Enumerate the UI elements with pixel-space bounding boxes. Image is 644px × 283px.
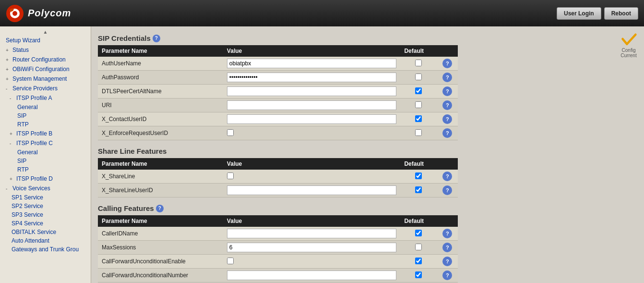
sip-a-label: SIP [17,112,26,119]
sidebar-sub-sip-a[interactable]: SIP [0,111,91,120]
sidebar-item-itsp-b[interactable]: + ITSP Profile B [0,129,91,138]
uri-input[interactable] [227,100,397,110]
itsp-b-label: ITSP Profile B [16,130,52,137]
table-row: X_ShareLine ? [98,170,458,184]
user-login-button[interactable]: User Login [557,7,601,20]
content-area: ConfigCurrent SIP Credentials ? Paramete… [91,26,644,283]
maxsessions-default-checkbox[interactable] [415,244,422,250]
auth-password-input[interactable] [227,73,397,82]
reboot-button[interactable]: Reboot [604,7,638,20]
dtls-help-button[interactable]: ? [442,86,452,96]
enforce-value-checkbox[interactable] [227,129,234,136]
maxsessions-input[interactable] [227,243,397,252]
table-row: CallerIDName ? [98,227,458,241]
sidebar-sub-sp4[interactable]: SP4 Service [0,219,91,228]
calleridname-default-checkbox[interactable] [415,230,422,236]
sidebar-sub-gateways[interactable]: Gateways and Trunk Grou [0,245,91,254]
table-row: X_EnforceRequestUserID ? [98,126,458,140]
status-expander-icon: + [6,48,11,53]
cf-col-value: Value [223,215,401,227]
share-line-title: Share Line Features [98,147,637,155]
dtls-input[interactable] [227,86,397,96]
xshareline-default-checkbox[interactable] [415,172,422,179]
sidebar-item-router-configuration[interactable]: + Router Configuration [0,55,91,64]
sidebar-sub-obitalk[interactable]: OBITALK Service [0,228,91,236]
param-name-cfu-number: CallForwardUnconditionalNumber [98,269,223,283]
contact-help-button[interactable]: ? [442,114,452,124]
general-c-label: General [17,149,38,156]
xsharelineuserid-default-checkbox[interactable] [415,186,422,193]
auth-password-help-button[interactable]: ? [442,73,452,82]
system-expander-icon: + [6,76,11,82]
sidebar-item-service-providers[interactable]: - Service Providers [0,84,91,93]
service-providers-label: Service Providers [12,85,58,92]
polycom-logo-icon [6,4,24,23]
param-name-auth-password: AuthPassword [98,71,223,85]
xshareline-value-checkbox[interactable] [227,172,234,179]
sidebar-setup-wizard[interactable]: Setup Wizard [0,36,91,45]
calling-features-title: Calling Features ? [98,204,637,212]
calling-features-help-icon[interactable]: ? [156,205,164,212]
auth-password-default-checkbox[interactable] [415,74,422,80]
sip-credentials-help-icon[interactable]: ? [153,35,160,42]
table-row: AuthUserName ? [98,57,458,71]
xshareline-help-button[interactable]: ? [442,172,452,181]
sidebar-sub-general-c[interactable]: General [0,148,91,157]
calleridname-input[interactable] [227,229,397,238]
table-row: X_ContactUserID ? [98,112,458,126]
param-name-dtls: DTLSPeerCertAltName [98,85,223,98]
sp1-label: SP1 Service [12,194,43,201]
setup-wizard-label: Setup Wizard [6,37,40,44]
contact-default-checkbox[interactable] [415,115,422,122]
itsp-d-expander-icon: + [10,176,14,182]
calling-features-table: Parameter Name Value Default CallerIDNam… [98,215,458,283]
maxsessions-help-button[interactable]: ? [442,243,452,252]
param-name-cfu-enable: CallForwardUnconditionalEnable [98,255,223,269]
sidebar-scroll-up[interactable]: ▲ [0,28,91,36]
uri-help-button[interactable]: ? [442,100,452,110]
sidebar-sub-sp3[interactable]: SP3 Service [0,210,91,219]
status-label: Status [12,47,29,53]
sidebar-sub-general-a[interactable]: General [0,103,91,111]
auth-username-default-checkbox[interactable] [415,60,422,66]
sip-c-label: SIP [17,158,26,164]
sidebar-sub-sp1[interactable]: SP1 Service [0,193,91,202]
enforce-help-button[interactable]: ? [442,128,452,138]
cfu-enable-default-checkbox[interactable] [415,258,422,264]
xsharelineuserid-input[interactable] [227,185,397,195]
sidebar-sub-sip-c[interactable]: SIP [0,157,91,165]
sidebar-sub-rtp-c[interactable]: RTP [0,165,91,174]
sidebar-sub-rtp-a[interactable]: RTP [0,120,91,129]
cfu-number-default-checkbox[interactable] [415,271,422,278]
cfu-enable-help-button[interactable]: ? [442,257,452,266]
cf-col-default: Default [400,215,437,227]
cfu-number-help-button[interactable]: ? [442,271,452,280]
uri-default-checkbox[interactable] [415,101,422,108]
sidebar-sub-auto-attendant[interactable]: Auto Attendant [0,236,91,245]
auth-username-input[interactable] [227,59,397,68]
sidebar-item-itsp-d[interactable]: + ITSP Profile D [0,174,91,184]
sidebar-sub-sp2[interactable]: SP2 Service [0,202,91,210]
enforce-default-checkbox[interactable] [415,129,422,136]
sidebar-item-obiwifi[interactable]: + OBiWiFi Configuration [0,64,91,74]
sidebar: ▲ Setup Wizard + Status + Router Configu… [0,26,91,283]
contact-userid-input[interactable] [227,114,397,124]
sl-col-param: Parameter Name [98,158,223,170]
sip-col-default: Default [400,45,437,57]
table-row: DTLSPeerCertAltName ? [98,85,458,98]
cfu-enable-value-checkbox[interactable] [227,258,234,264]
cfu-number-input[interactable] [227,271,397,280]
xsharelineuserid-help-button[interactable]: ? [442,185,452,195]
sidebar-item-itsp-c[interactable]: - ITSP Profile C [0,138,91,148]
sidebar-item-status[interactable]: + Status [0,45,91,55]
sidebar-item-itsp-a[interactable]: - ITSP Profile A [0,93,91,103]
dtls-default-checkbox[interactable] [415,87,422,94]
itsp-a-label: ITSP Profile A [16,95,52,101]
main-layout: ▲ Setup Wizard + Status + Router Configu… [0,26,644,283]
param-name-uri: URI [98,98,223,112]
calleridname-help-button[interactable]: ? [442,229,452,238]
sidebar-item-voice-services[interactable]: - Voice Services [0,184,91,193]
sidebar-item-system-management[interactable]: + System Management [0,74,91,84]
logo-text: Polycom [28,8,71,19]
auth-username-help-button[interactable]: ? [442,59,452,68]
